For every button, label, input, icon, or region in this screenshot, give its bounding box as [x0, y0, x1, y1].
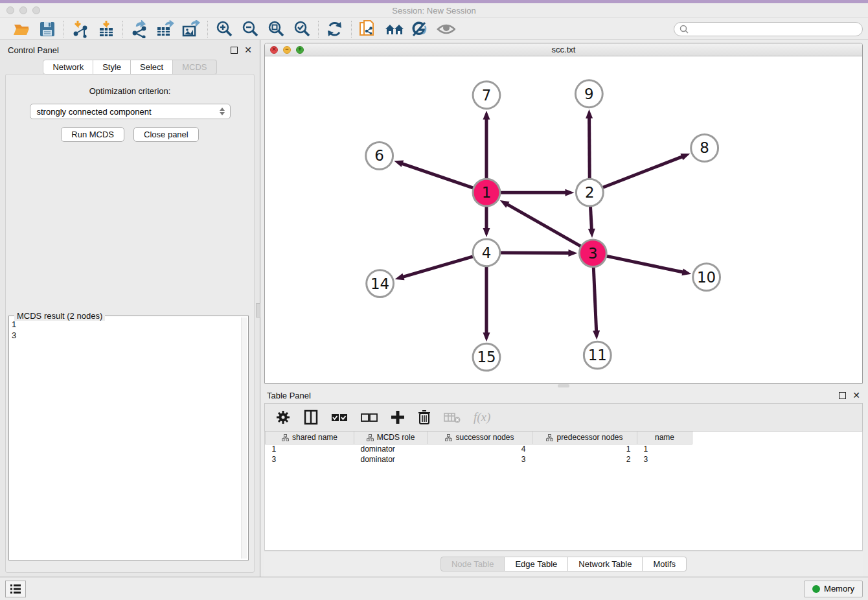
- column-header[interactable]: successor nodes: [428, 432, 532, 444]
- memory-button[interactable]: Memory: [804, 581, 863, 597]
- node-table: shared nameMCDS rolesuccessor nodesprede…: [265, 432, 692, 465]
- edge-2-3[interactable]: [590, 205, 591, 230]
- function-builder-button: f(x): [474, 410, 490, 424]
- run-mcds-button[interactable]: Run MCDS: [61, 127, 124, 142]
- tab-mcds[interactable]: MCDS: [173, 60, 216, 75]
- import-table-button[interactable]: [97, 20, 116, 38]
- edge-3-1[interactable]: [507, 204, 582, 247]
- panel-splitter-handle[interactable]: [256, 303, 260, 317]
- tab-network[interactable]: Network: [43, 60, 93, 75]
- edge-1-6[interactable]: [402, 163, 475, 189]
- column-header[interactable]: MCDS role: [354, 432, 428, 444]
- edge-arrowhead: [680, 154, 690, 160]
- table-cell: 2: [532, 454, 637, 465]
- copy-network-icon: [358, 19, 378, 39]
- export-network-button[interactable]: [130, 20, 149, 38]
- graph-node-label-1: 1: [482, 184, 492, 201]
- network-canvas[interactable]: 7968124314101511: [265, 56, 862, 383]
- node-table-area[interactable]: shared nameMCDS rolesuccessor nodesprede…: [264, 432, 863, 551]
- network-window-titlebar[interactable]: ✕ − + scc.txt: [265, 43, 862, 56]
- add-function-button[interactable]: [391, 410, 405, 424]
- window-titlebar: Session: New Session: [0, 3, 868, 18]
- tab-style[interactable]: Style: [93, 60, 131, 75]
- open-folder-icon: [12, 20, 30, 38]
- task-history-button[interactable]: [5, 581, 26, 597]
- table-panel: Table Panel ✕: [264, 387, 863, 577]
- search-input[interactable]: [691, 25, 857, 34]
- import-network-button[interactable]: [71, 20, 90, 38]
- main-toolbar: [0, 18, 868, 40]
- tab-network-table[interactable]: Network Table: [568, 557, 643, 571]
- deselect-all-icon: [361, 412, 378, 422]
- column-type-icon: [282, 434, 289, 441]
- edge-arrowhead: [395, 273, 405, 281]
- network-window-title: scc.txt: [265, 45, 862, 54]
- close-panel-icon[interactable]: ✕: [244, 47, 252, 54]
- zoom-out-icon: [241, 20, 259, 38]
- select-all-button[interactable]: [331, 412, 348, 422]
- edge-3-11[interactable]: [593, 266, 597, 332]
- result-scrollbar[interactable]: [241, 317, 247, 559]
- column-header[interactable]: shared name: [266, 432, 354, 444]
- export-network-icon: [130, 20, 148, 38]
- delete-table-button: [444, 411, 461, 424]
- graph-node-label-7: 7: [482, 87, 492, 104]
- search-box[interactable]: [674, 22, 863, 36]
- close-table-panel-icon[interactable]: ✕: [852, 392, 860, 399]
- column-header-label: MCDS role: [377, 433, 415, 442]
- zoom-in-button[interactable]: [214, 20, 234, 38]
- column-header[interactable]: name: [637, 432, 692, 444]
- optimization-criterion-select[interactable]: strongly connected component: [30, 104, 231, 119]
- edge-3-10[interactable]: [606, 256, 684, 272]
- memory-status-icon: [812, 585, 820, 593]
- horizontal-splitter[interactable]: [264, 384, 863, 387]
- copy-network-button[interactable]: [358, 20, 378, 38]
- show-column-button[interactable]: [304, 410, 318, 425]
- zoom-out-button[interactable]: [240, 20, 260, 38]
- float-table-panel-icon[interactable]: [839, 392, 846, 399]
- mcds-result-text[interactable]: 1 3: [12, 319, 240, 559]
- refresh-layout-button[interactable]: [325, 20, 345, 38]
- export-image-button[interactable]: [181, 20, 201, 38]
- edge-arrowhead: [483, 111, 490, 120]
- deselect-all-button[interactable]: [361, 412, 378, 422]
- edge-4-14[interactable]: [402, 256, 474, 277]
- refresh-icon: [326, 20, 344, 38]
- column-header-label: predecessor nodes: [556, 433, 622, 442]
- edge-2-8[interactable]: [602, 156, 683, 188]
- open-session-button[interactable]: [12, 20, 31, 38]
- close-panel-button[interactable]: Close panel: [133, 127, 199, 142]
- tab-motifs[interactable]: Motifs: [643, 557, 687, 571]
- float-panel-icon[interactable]: [231, 47, 238, 54]
- table-row[interactable]: 1dominator411: [266, 444, 692, 454]
- save-session-button[interactable]: [38, 20, 57, 38]
- status-bar: Memory: [0, 577, 868, 600]
- column-header[interactable]: predecessor nodes: [532, 432, 637, 444]
- tab-edge-table[interactable]: Edge Table: [505, 557, 568, 571]
- gestalt-toggle-button[interactable]: [410, 20, 429, 38]
- tab-node-table[interactable]: Node Table: [440, 557, 505, 571]
- zoom-fit-button[interactable]: [266, 20, 286, 38]
- visibility-toggle-button[interactable]: [436, 20, 455, 38]
- edge-arrowhead: [394, 161, 404, 167]
- table-panel-title: Table Panel: [267, 391, 311, 400]
- home-neighbors-button[interactable]: [384, 20, 404, 38]
- table-cell: 1: [532, 444, 637, 454]
- export-table-button[interactable]: [155, 20, 175, 38]
- table-settings-button[interactable]: [275, 410, 291, 425]
- task-list-icon: [10, 584, 21, 594]
- zoom-selected-button[interactable]: [292, 20, 312, 38]
- table-cell: 3: [266, 454, 354, 465]
- graph-node-label-14: 14: [371, 275, 389, 292]
- mcds-result-group: MCDS result (2 nodes) 1 3: [8, 316, 249, 560]
- edge-4-3[interactable]: [499, 253, 570, 253]
- edge-2-9[interactable]: [589, 117, 590, 180]
- graph-node-label-6: 6: [374, 147, 384, 164]
- column-header-label: successor nodes: [455, 433, 514, 442]
- node-table-body: 1dominator4113dominator323: [266, 444, 692, 465]
- node-table-header: shared nameMCDS rolesuccessor nodesprede…: [266, 432, 692, 444]
- plus-icon: [391, 410, 405, 424]
- delete-rows-button[interactable]: [418, 410, 431, 425]
- table-row[interactable]: 3dominator323: [266, 454, 692, 465]
- tab-select[interactable]: Select: [131, 60, 173, 75]
